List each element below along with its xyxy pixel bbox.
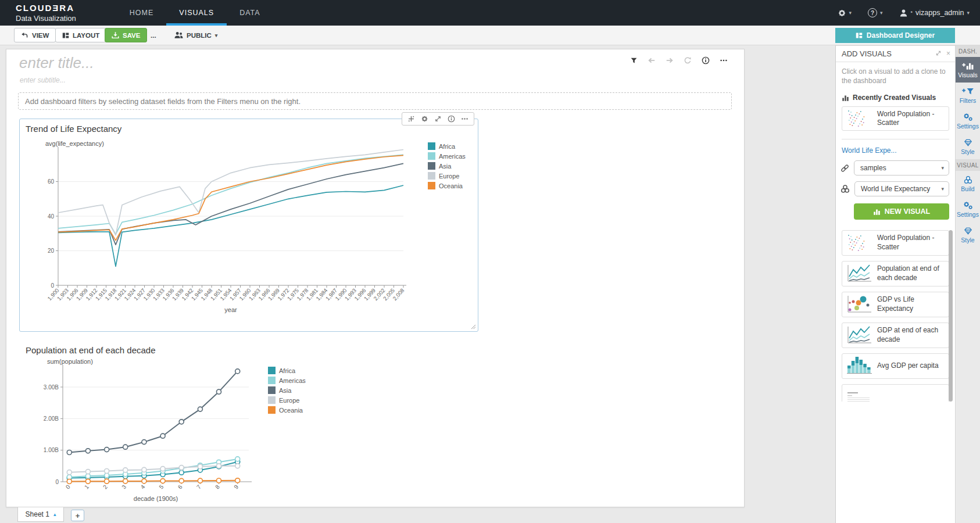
- visual-list: World Population - ScatterPopulation at …: [836, 224, 955, 402]
- dashboard-title-input[interactable]: enter title...: [19, 54, 94, 72]
- legend-item[interactable]: Europe: [268, 396, 306, 404]
- visual-list-card[interactable]: Avg GDP per capita: [842, 353, 949, 379]
- help-menu[interactable]: ? ▾: [868, 8, 883, 17]
- dashboard-subtitle-input[interactable]: enter subtitle...: [20, 76, 66, 84]
- brand-name: CLOUDƎRA: [16, 3, 76, 14]
- sheet-tab[interactable]: Sheet 1 ▴: [17, 507, 64, 522]
- legend-label: Asia: [439, 163, 451, 170]
- visual-title: Population at end of each decade: [877, 264, 945, 282]
- visual-list-card[interactable]: GDP vs Life Expectancy: [842, 292, 949, 317]
- rail-item-style[interactable]: Style: [956, 134, 980, 159]
- rail-item-settings[interactable]: Settings: [956, 108, 980, 134]
- top-nav: CLOUDƎRA Data Visualization HOME VISUALS…: [0, 0, 980, 26]
- tab-data[interactable]: DATA: [227, 0, 273, 26]
- svg-text:2: 2: [102, 483, 109, 490]
- svg-text:year: year: [224, 306, 237, 313]
- funnelPlus-icon: [962, 87, 974, 96]
- diamond-icon: [963, 227, 973, 235]
- chevron-down-icon: ▾: [215, 33, 218, 38]
- visual-card-life-expectancy[interactable]: Trend of Life Expectancy 02040601,9001,9…: [19, 119, 478, 332]
- svg-text:2.00B: 2.00B: [44, 415, 59, 422]
- balls-icon: [964, 175, 972, 184]
- legend-item[interactable]: Asia: [268, 386, 306, 394]
- close-icon[interactable]: ×: [946, 50, 950, 57]
- save-button-label: SAVE: [123, 32, 140, 39]
- legend-item[interactable]: Oceania: [428, 182, 466, 189]
- svg-text:sum(population): sum(population): [47, 358, 93, 365]
- legend-label: Europe: [279, 397, 299, 404]
- user-menu[interactable]: * vizapps_admin ▾: [899, 9, 970, 17]
- legend-label: Africa: [439, 143, 455, 150]
- visual-list-card[interactable]: GDP at end of each decade: [842, 323, 949, 348]
- dashboard-filter-bar[interactable]: Add dashboard filters by selecting datas…: [18, 92, 732, 110]
- line-chart-life-expectancy[interactable]: 02040601,9001,9031,9061,9091,9121,9151,9…: [24, 139, 431, 320]
- filter-icon[interactable]: [630, 57, 638, 65]
- svg-text:0: 0: [51, 282, 54, 289]
- connection-value: samples: [860, 164, 886, 172]
- new-visual-button[interactable]: NEW VISUAL: [854, 203, 949, 220]
- line-chart-population[interactable]: 01.00B2.00B3.00B0123456789sum(population…: [30, 358, 355, 503]
- rail-item-visuals[interactable]: Visuals: [956, 57, 980, 83]
- legend-item[interactable]: Africa: [428, 142, 466, 150]
- dashboard-dataset-link[interactable]: World Life Expe...: [836, 139, 955, 155]
- rail-item-filters[interactable]: Filters: [956, 83, 980, 108]
- chart-title: Population at end of each decade: [26, 345, 156, 355]
- more-icon[interactable]: [720, 56, 728, 65]
- back-icon[interactable]: [648, 56, 656, 65]
- expand-icon[interactable]: [935, 50, 942, 57]
- move-icon[interactable]: [407, 115, 415, 123]
- tab-visuals[interactable]: VISUALS: [166, 0, 227, 26]
- legend-item[interactable]: Americas: [428, 152, 466, 160]
- visual-list-card[interactable]: Population at end of each decade: [842, 261, 949, 286]
- legend-item[interactable]: Africa: [268, 367, 306, 374]
- dataset-select[interactable]: World Life Expectancy ▾: [854, 181, 949, 196]
- view-button[interactable]: VIEW: [14, 28, 56, 42]
- public-dropdown[interactable]: PUBLIC ▾: [167, 28, 224, 42]
- username: vizapps_admin: [915, 9, 964, 17]
- public-label: PUBLIC: [187, 32, 212, 39]
- rail-item-settings[interactable]: Settings: [956, 196, 980, 222]
- gears-icon: [963, 201, 974, 210]
- layout-button[interactable]: LAYOUT: [55, 28, 106, 42]
- recent-visuals-header: Recently Created Visuals: [836, 85, 955, 105]
- more-icon[interactable]: [461, 115, 468, 123]
- legend-item[interactable]: Americas: [268, 377, 306, 384]
- barsPlus-icon: [962, 62, 974, 70]
- save-button[interactable]: SAVE: [105, 28, 147, 42]
- rail-item-label: Build: [961, 185, 974, 192]
- add-sheet-button[interactable]: +: [71, 510, 84, 521]
- resize-handle[interactable]: [471, 324, 476, 329]
- refresh-icon[interactable]: [684, 56, 692, 65]
- visual-title: World Population - Scatter: [877, 110, 945, 128]
- toolbar-more-button[interactable]: ...: [146, 28, 160, 42]
- legend-item[interactable]: Oceania: [268, 406, 306, 414]
- connection-select[interactable]: samples ▾: [854, 160, 949, 175]
- tab-home[interactable]: HOME: [117, 0, 167, 26]
- forward-icon[interactable]: [666, 56, 674, 65]
- gear-icon[interactable]: [421, 115, 428, 123]
- recent-visual-card[interactable]: World Population - Scatter: [842, 106, 949, 131]
- scrollbar-thumb[interactable]: [949, 230, 953, 402]
- rail-section-header: VISUAL: [956, 159, 980, 171]
- legend-label: Europe: [439, 173, 459, 180]
- expand-icon[interactable]: [434, 115, 442, 123]
- visual-list-card[interactable]: World Population - Scatter: [842, 230, 949, 256]
- legend-item[interactable]: Asia: [428, 162, 466, 170]
- bar-chart-icon: [873, 208, 881, 216]
- rail-item-label: Style: [961, 237, 974, 243]
- info-icon[interactable]: [702, 56, 710, 65]
- more-label: ...: [151, 32, 156, 39]
- dashboard-designer-button[interactable]: Dashboard Designer: [835, 28, 955, 43]
- save-icon: [112, 31, 119, 39]
- rail-item-build[interactable]: Build: [956, 171, 980, 196]
- svg-text:5: 5: [158, 483, 165, 490]
- designer-rail: DASH.VisualsFiltersSettingsStyleVISUALBu…: [955, 45, 980, 523]
- legend-swatch: [428, 172, 435, 180]
- user-icon: [899, 9, 908, 17]
- legend-item[interactable]: Europe: [428, 172, 466, 180]
- rail-item-style[interactable]: Style: [956, 222, 980, 248]
- visual-list-card[interactable]: [842, 384, 949, 402]
- info-icon[interactable]: [448, 115, 455, 123]
- visual-thumbnail: [846, 109, 872, 128]
- settings-menu[interactable]: ▾: [838, 9, 852, 17]
